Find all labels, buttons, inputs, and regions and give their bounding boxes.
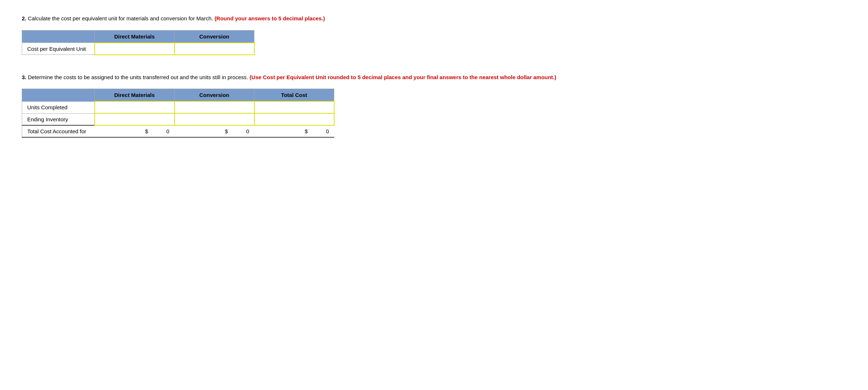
q3-total-conv-cell: $ 0 [175, 125, 254, 137]
q3-ending-dm-input[interactable] [100, 116, 169, 122]
q3-units-dm-cell[interactable] [95, 101, 175, 113]
q2-row-label: Cost per Equivalent Unit [22, 43, 95, 55]
q3-units-conv-input[interactable] [180, 104, 249, 110]
question-3-block: 3. Determine the costs to be assigned to… [22, 73, 846, 138]
q2-col-conv: Conversion [175, 30, 254, 43]
q3-ending-dm-cell[interactable] [95, 113, 175, 125]
q3-units-total-cell[interactable] [254, 101, 334, 113]
q3-total-conv-prefix: $ [225, 128, 228, 134]
q3-col-dm: Direct Materials [95, 89, 175, 102]
q3-total-label: Total Cost Accounted for [22, 125, 95, 137]
q3-total-row: Total Cost Accounted for $ 0 $ 0 $ [22, 125, 334, 137]
question-2-block: 2. Calculate the cost per equivalent uni… [22, 15, 846, 55]
q2-conv-input[interactable] [180, 46, 249, 52]
q2-header-row: Direct Materials Conversion [22, 30, 254, 43]
q2-col-empty [22, 30, 95, 43]
q3-ending-label: Ending Inventory [22, 113, 95, 125]
question-2-text: 2. Calculate the cost per equivalent uni… [22, 15, 846, 23]
q2-table: Direct Materials Conversion Cost per Equ… [22, 30, 255, 55]
q3-total-conv-value: 0 [246, 128, 249, 134]
q2-dm-input[interactable] [100, 46, 169, 52]
q2-col-dm: Direct Materials [95, 30, 175, 43]
q3-number: 3. [22, 74, 26, 80]
q3-row-ending-inventory: Ending Inventory [22, 113, 334, 125]
q3-units-total-input[interactable] [260, 104, 329, 110]
q3-col-total: Total Cost [254, 89, 334, 102]
q3-col-conv: Conversion [175, 89, 254, 102]
q3-total-dm-value: 0 [166, 128, 169, 134]
q2-body-text: Calculate the cost per equivalent unit f… [28, 15, 214, 21]
q3-table: Direct Materials Conversion Total Cost U… [22, 89, 335, 138]
q3-ending-total-cell[interactable] [254, 113, 334, 125]
q2-conv-input-cell[interactable] [175, 43, 254, 55]
q3-ending-conv-cell[interactable] [175, 113, 254, 125]
q3-ending-conv-input[interactable] [180, 116, 249, 122]
q3-row-units-completed: Units Completed [22, 101, 334, 113]
q2-number: 2. [22, 15, 26, 21]
q3-units-label: Units Completed [22, 101, 95, 113]
q3-body-text: Determine the costs to be assigned to th… [28, 74, 250, 80]
question-3-text: 3. Determine the costs to be assigned to… [22, 73, 846, 82]
q3-header-row: Direct Materials Conversion Total Cost [22, 89, 334, 102]
q3-col-empty [22, 89, 95, 102]
q3-highlight: (Use Cost per Equivalent Unit rounded to… [250, 74, 556, 80]
q3-ending-total-input[interactable] [260, 116, 329, 122]
q3-units-dm-input[interactable] [100, 104, 169, 110]
q2-row-cost-per-unit: Cost per Equivalent Unit [22, 43, 254, 55]
q3-total-total-prefix: $ [305, 128, 308, 134]
q3-total-dm-prefix: $ [145, 128, 148, 134]
q2-dm-input-cell[interactable] [95, 43, 175, 55]
q3-units-conv-cell[interactable] [175, 101, 254, 113]
q2-highlight: (Round your answers to 5 decimal places.… [214, 15, 325, 21]
q3-total-total-cell: $ 0 [254, 125, 334, 137]
q3-total-dm-cell: $ 0 [95, 125, 175, 137]
q3-total-total-value: 0 [326, 128, 329, 134]
